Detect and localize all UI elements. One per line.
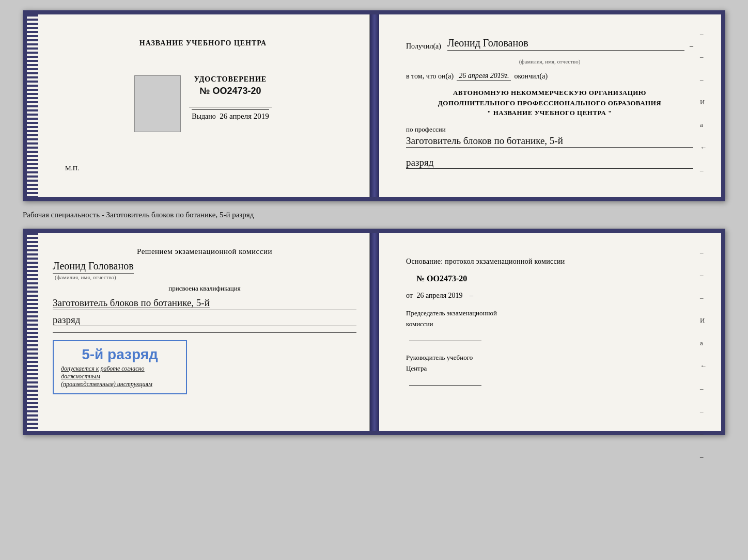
- cert-title-block: НАЗВАНИЕ УЧЕБНОГО ЦЕНТРА: [139, 39, 267, 47]
- empty-line-1: [53, 332, 356, 333]
- book-spine-bottom: [370, 233, 379, 431]
- from-date-dash: –: [470, 292, 473, 299]
- received-prefix: Получил(а): [406, 42, 441, 51]
- dash-after-name: –: [690, 42, 693, 51]
- mp-label: М.П.: [65, 164, 79, 172]
- org-line3: " НАЗВАНИЕ УЧЕБНОГО ЦЕНТРА ": [406, 108, 693, 118]
- org-block: АВТОНОМНУЮ НЕКОММЕРЧЕСКУЮ ОРГАНИЗАЦИЮ ДО…: [406, 88, 693, 118]
- leader-sign-line: [406, 378, 693, 389]
- top-certificate: НАЗВАНИЕ УЧЕБНОГО ЦЕНТРА УДОСТОВЕРЕНИЕ №…: [23, 10, 725, 201]
- profession-prefix: по профессии: [406, 125, 693, 134]
- profession-block: по профессии Заготовитель блоков по бота…: [406, 125, 693, 148]
- right-content: Получил(а) Леонид Голованов – (фамилия, …: [392, 29, 709, 220]
- in-that-prefix: в том, что он(а): [406, 72, 454, 81]
- right-dashes-top: – – – И а ← –: [700, 30, 707, 174]
- cert-label: УДОСТОВЕРЕНИЕ: [194, 75, 267, 84]
- admitted-prefix: допускается к: [61, 365, 99, 372]
- top-cert-right: Получил(а) Леонид Голованов – (фамилия, …: [379, 14, 721, 197]
- bottom-right-content: Основание: протокол экзаменационной коми…: [392, 247, 709, 454]
- book-spine-top: [370, 14, 379, 197]
- date-value: 26 апреля 2019г.: [457, 72, 511, 81]
- decision-text: Решением экзаменационной комиссии: [53, 247, 356, 256]
- razryad-value-top: разряд: [406, 157, 693, 169]
- assigned-text: присвоена квалификация: [53, 284, 356, 293]
- protocol-number: № OO2473-20: [416, 274, 693, 283]
- right-dashes-bottom: – – – И а ← – – – –: [700, 248, 707, 461]
- top-cert-left: НАЗВАНИЕ УЧЕБНОГО ЦЕНТРА УДОСТОВЕРЕНИЕ №…: [27, 14, 370, 197]
- stamp-rank: 5-й разряд: [61, 346, 179, 363]
- bottom-certificate: Решением экзаменационной комиссии Леонид…: [23, 229, 725, 435]
- admitted-italic2: (производственным) инструкциям: [61, 380, 152, 388]
- leader-title: Руководитель учебного: [406, 353, 693, 363]
- cert-number-block: УДОСТОВЕРЕНИЕ № OO2473-20 Выдано 26 апре…: [189, 75, 272, 121]
- bottom-person-name-block: Леонид Голованов (фамилия, имя, отчество…: [53, 260, 356, 280]
- foundation-text: Основание: протокол экзаменационной коми…: [406, 258, 693, 266]
- chairman-title: Председатель экзаменационной: [406, 308, 693, 319]
- bottom-cert-left: Решением экзаменационной комиссии Леонид…: [27, 233, 370, 431]
- cert-number: № OO2473-20: [199, 86, 261, 97]
- chairman-sign-line: [406, 334, 693, 345]
- from-date-value: 26 апреля 2019: [416, 292, 462, 299]
- issued-date: 26 апреля 2019: [220, 112, 269, 120]
- stamp-box: 5-й разряд допускается к работе согласно…: [53, 340, 187, 394]
- photo-cert-row: УДОСТОВЕРЕНИЕ № OO2473-20 Выдано 26 апре…: [134, 75, 272, 132]
- leader-title2: Центра: [406, 363, 693, 374]
- bottom-cert-right: Основание: протокол экзаменационной коми…: [379, 233, 721, 431]
- profession-value: Заготовитель блоков по ботанике, 5-й: [406, 135, 693, 148]
- org-line1: АВТОНОМНУЮ НЕКОММЕРЧЕСКУЮ ОРГАНИЗАЦИЮ: [406, 88, 693, 98]
- finished-suffix: окончил(а): [514, 72, 548, 81]
- recipient-line: Получил(а) Леонид Голованов –: [406, 37, 693, 51]
- center-title: НАЗВАНИЕ УЧЕБНОГО ЦЕНТРА: [139, 39, 267, 47]
- qual-value: Заготовитель блоков по ботанике, 5-й: [53, 297, 356, 310]
- bottom-left-content: Решением экзаменационной комиссии Леонид…: [39, 247, 356, 417]
- razryad-bottom: разряд: [53, 314, 356, 326]
- org-line2: ДОПОЛНИТЕЛЬНОГО ПРОФЕССИОНАЛЬНОГО ОБРАЗО…: [406, 98, 693, 108]
- from-date-line: от 26 апреля 2019 –: [406, 292, 693, 300]
- issued-line: Выдано 26 апреля 2019: [192, 109, 269, 121]
- from-prefix: от: [406, 292, 413, 299]
- chairman-block: Председатель экзаменационной комиссии: [406, 308, 693, 344]
- chairman-signature: [409, 341, 481, 341]
- photo-placeholder: [134, 75, 181, 132]
- name-subtitle-top: (фамилия, имя, отчество): [406, 58, 693, 65]
- leader-signature: [409, 385, 481, 386]
- chairman-title2: комиссии: [406, 319, 693, 330]
- issued-prefix: Выдано: [192, 113, 216, 120]
- in-that-line: в том, что он(а) 26 апреля 2019г. окончи…: [406, 72, 693, 81]
- bottom-name-subtitle: (фамилия, имя, отчество): [55, 274, 356, 280]
- leader-block: Руководитель учебного Центра: [406, 353, 693, 389]
- stamp-admitted: допускается к работе согласно должностны…: [61, 365, 179, 388]
- bottom-person-name: Леонид Голованов: [53, 260, 134, 274]
- recipient-name: Леонид Голованов: [447, 37, 684, 51]
